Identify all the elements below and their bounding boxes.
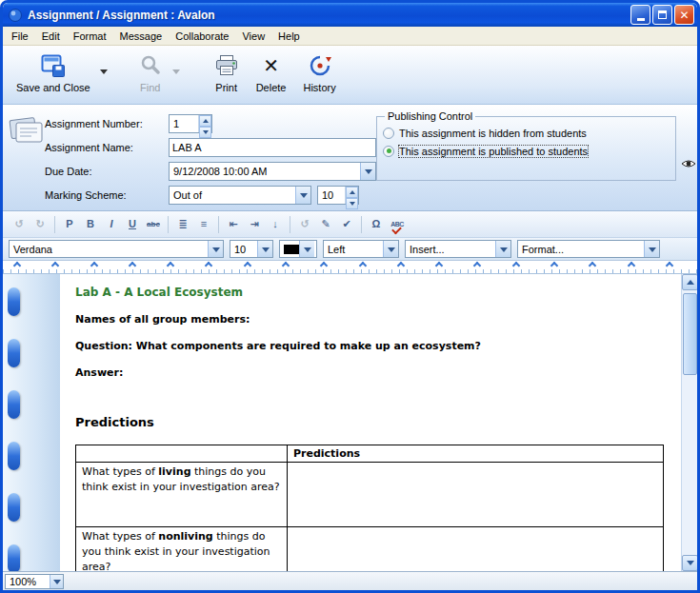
assignment-number-label: Assignment Number: xyxy=(45,118,143,129)
edit-pencil-icon[interactable]: ✎ xyxy=(316,215,335,233)
due-date-value: 9/12/2008 10:00 AM xyxy=(170,166,360,177)
history-label: History xyxy=(303,82,335,93)
indent-icon[interactable]: ⇥ xyxy=(245,215,264,233)
special-characters-icon[interactable]: Ω xyxy=(367,215,386,233)
alignment-combo[interactable]: Left xyxy=(323,240,399,258)
due-date-combo[interactable]: 9/12/2008 10:00 AM xyxy=(169,162,376,181)
font-color-combo[interactable] xyxy=(279,240,317,258)
undo-icon[interactable]: ↺ xyxy=(10,215,29,233)
zoom-combo[interactable]: 100% xyxy=(5,574,64,589)
visibility-eye-icon[interactable] xyxy=(681,158,696,171)
menu-collaborate[interactable]: Collaborate xyxy=(169,28,235,45)
tab-stop-icon xyxy=(358,262,366,269)
menu-view[interactable]: View xyxy=(235,28,271,45)
close-button[interactable]: ✕ xyxy=(674,5,694,25)
font-family-combo[interactable]: Verdana xyxy=(9,240,224,258)
font-family-dropdown-icon[interactable] xyxy=(208,241,223,257)
insert-combo[interactable]: Insert... xyxy=(405,240,511,258)
find-label: Find xyxy=(140,82,160,93)
radio-published-option[interactable]: This assignment is published to students xyxy=(383,143,670,159)
marking-scheme-combo[interactable]: Out of xyxy=(169,186,311,205)
tab-stop-icon xyxy=(397,262,405,269)
marking-scheme-dropdown-icon[interactable] xyxy=(295,187,310,204)
save-and-close-icon xyxy=(41,52,66,79)
answer-line: Answer: xyxy=(75,366,671,379)
minimize-button[interactable] xyxy=(630,5,650,25)
menu-help[interactable]: Help xyxy=(271,28,307,45)
delete-button[interactable]: ✕ Delete xyxy=(249,48,294,96)
menu-format[interactable]: Format xyxy=(67,28,113,45)
font-color-swatch xyxy=(284,245,299,254)
table-header-row: Predictions xyxy=(76,445,664,463)
vertical-scrollbar[interactable] xyxy=(681,274,697,571)
tab-stop-icon xyxy=(129,262,136,269)
toolbar-separator xyxy=(54,216,55,233)
history-button[interactable]: History xyxy=(295,48,343,96)
scroll-down-icon[interactable] xyxy=(682,555,697,571)
binding-capsule xyxy=(8,544,20,571)
zoom-dropdown-icon[interactable] xyxy=(50,575,63,588)
find-button[interactable]: Find xyxy=(130,48,170,96)
scroll-up-icon[interactable] xyxy=(682,274,697,290)
spin-up-icon[interactable] xyxy=(199,115,211,127)
refresh-icon[interactable]: ↺ xyxy=(295,215,314,233)
insert-dropdown-icon[interactable] xyxy=(495,241,510,257)
delete-icon: ✕ xyxy=(263,52,279,79)
assignment-name-label: Assignment Name: xyxy=(45,142,133,153)
print-button[interactable]: Print xyxy=(207,48,247,96)
format-combo[interactable]: Format... xyxy=(517,240,660,258)
publishing-control-group: Publishing Control This assignment is hi… xyxy=(376,110,676,181)
find-options-arrow[interactable] xyxy=(170,55,182,88)
document-editor[interactable]: Lab A - A Local Ecosystem Names of all g… xyxy=(60,274,681,571)
radio-hidden-option[interactable]: This assignment is hidden from students xyxy=(383,125,670,141)
marking-points-spinner[interactable]: 10 xyxy=(317,186,359,205)
statusbar: 100% xyxy=(3,571,697,590)
binding-capsule xyxy=(8,442,20,470)
spin-down-icon[interactable] xyxy=(346,198,358,209)
font-size-combo[interactable]: 10 xyxy=(230,240,273,258)
strikethrough-icon[interactable]: abc xyxy=(144,215,163,233)
print-icon xyxy=(214,52,239,79)
header-cell-predictions[interactable]: Predictions xyxy=(288,445,664,463)
redo-icon[interactable]: ↻ xyxy=(30,215,50,233)
publishing-control-legend: Publishing Control xyxy=(385,110,475,122)
bullet-list-icon[interactable]: ≣ xyxy=(173,215,192,233)
spin-down-icon[interactable] xyxy=(199,127,211,138)
alignment-dropdown-icon[interactable] xyxy=(383,241,398,257)
paragraph-icon[interactable]: P xyxy=(60,215,79,233)
marking-scheme-label: Marking Scheme: xyxy=(45,189,127,201)
numbered-list-icon[interactable]: ≡ xyxy=(194,215,213,233)
menu-file[interactable]: File xyxy=(5,28,35,45)
insert-below-icon[interactable]: ↓ xyxy=(266,215,285,233)
scrollbar-thumb[interactable] xyxy=(683,293,697,375)
maximize-button[interactable] xyxy=(652,5,672,25)
header-cell-empty[interactable] xyxy=(76,445,288,463)
question-cell-nonliving[interactable]: What types of nonliving things do you th… xyxy=(76,527,288,572)
format-dropdown-icon[interactable] xyxy=(644,241,659,257)
outdent-icon[interactable]: ⇤ xyxy=(224,215,243,233)
assignment-name-input[interactable] xyxy=(169,138,376,157)
answer-cell[interactable] xyxy=(288,527,664,572)
save-and-close-button[interactable]: Save and Close xyxy=(9,48,98,96)
tab-stop-icon xyxy=(666,262,673,269)
assignment-number-spinner[interactable]: 1 xyxy=(169,114,212,133)
question-cell-living[interactable]: What types of living things do you think… xyxy=(76,463,288,527)
due-date-label: Due Date: xyxy=(45,166,92,177)
italic-icon[interactable]: I xyxy=(102,215,121,233)
approve-check-icon[interactable]: ✔ xyxy=(337,215,356,233)
menu-edit[interactable]: Edit xyxy=(35,28,67,45)
font-size-dropdown-icon[interactable] xyxy=(257,241,272,257)
due-date-dropdown-icon[interactable] xyxy=(360,163,375,180)
tab-stop-icon xyxy=(167,262,174,269)
tab-stop-icon xyxy=(627,262,634,269)
spell-check-icon[interactable]: ABC xyxy=(388,215,407,233)
answer-cell[interactable] xyxy=(288,463,664,527)
save-options-arrow[interactable] xyxy=(98,55,110,88)
spin-up-icon[interactable] xyxy=(346,187,358,198)
question-line: Question: What components are required t… xyxy=(75,340,671,352)
menu-message[interactable]: Message xyxy=(113,28,170,45)
underline-icon[interactable]: U xyxy=(123,215,142,233)
font-color-dropdown-icon[interactable] xyxy=(299,241,314,257)
bold-icon[interactable]: B xyxy=(81,215,100,233)
toolbar-separator xyxy=(218,216,219,233)
